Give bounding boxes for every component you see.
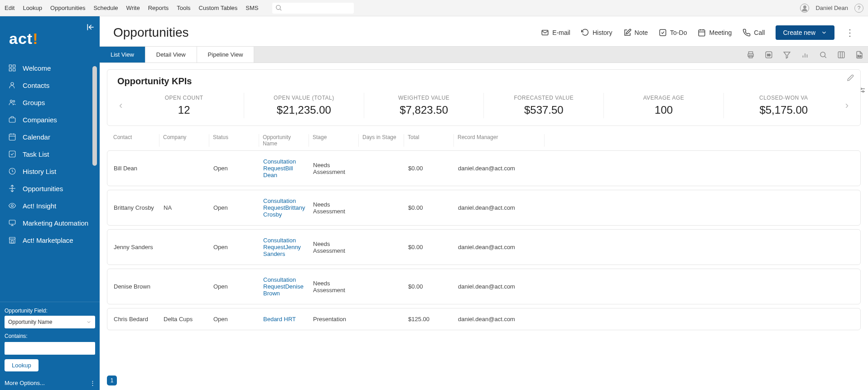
sidebar-item-task-list[interactable]: Task List <box>0 145 100 163</box>
global-search-input[interactable] <box>272 3 354 14</box>
opportunity-link[interactable]: Consultation RequestDenise Brown <box>263 276 304 297</box>
menu-schedule[interactable]: Schedule <box>93 5 118 11</box>
collapse-sidebar-icon[interactable] <box>86 23 95 32</box>
briefcase-icon <box>8 116 16 124</box>
column-header[interactable]: Record Manager <box>454 134 545 147</box>
opportunity-link[interactable]: Consultation RequestBill Dean <box>263 158 296 178</box>
page-1-button[interactable]: 1 <box>107 376 117 385</box>
tab-list-view[interactable]: List View <box>100 47 145 63</box>
badge-icon[interactable]: 99 <box>765 51 773 59</box>
history-action[interactable]: History <box>581 29 612 37</box>
opportunity-link[interactable]: Bedard HRT <box>263 316 296 323</box>
kpi-next-icon[interactable]: › <box>844 100 850 111</box>
column-header[interactable]: Opportunity Name <box>259 134 309 147</box>
cell-stage: Presentation <box>309 316 359 323</box>
print-icon[interactable] <box>747 51 755 59</box>
tab-pipeline-view[interactable]: Pipeline View <box>197 47 255 63</box>
lookup-field-label: Opportunity Field: <box>5 308 95 314</box>
edit-kpi-icon[interactable] <box>847 74 854 82</box>
sidebar-scrollbar[interactable] <box>92 66 97 166</box>
kpi-label: FORECASTED VALUE <box>487 95 601 101</box>
lookup-contains-input[interactable] <box>5 342 95 355</box>
more-menu-icon[interactable]: ⋮ <box>90 380 95 386</box>
column-header[interactable]: Stage <box>309 134 359 147</box>
table-row[interactable]: Bill DeanOpenConsultation RequestBill De… <box>107 150 861 186</box>
sidebar-item-opportunities[interactable]: Opportunities <box>0 180 100 197</box>
sidebar-item-history-list[interactable]: History List <box>0 163 100 180</box>
lookup-field-value: Opportunity Name <box>8 319 52 325</box>
table-row[interactable]: Denise BrownOpenConsultation RequestDeni… <box>107 269 861 304</box>
call-action[interactable]: Call <box>743 29 765 37</box>
cell-company: Delta Cups <box>160 316 210 323</box>
menu-write[interactable]: Write <box>126 5 140 11</box>
menu-tools[interactable]: Tools <box>177 5 190 11</box>
svg-point-0 <box>276 5 280 9</box>
nav-label: History List <box>23 168 56 175</box>
column-header[interactable]: Company <box>159 134 209 147</box>
sidebar-item-marketing-automation[interactable]: Marketing Automation <box>0 214 100 231</box>
menu-lookup[interactable]: Lookup <box>23 5 42 11</box>
menu-custom-tables[interactable]: Custom Tables <box>199 5 238 11</box>
menu-opportunities[interactable]: Opportunities <box>50 5 85 11</box>
menu-sms[interactable]: SMS <box>246 5 258 11</box>
sidebar-item-contacts[interactable]: Contacts <box>0 77 100 94</box>
todo-action[interactable]: To-Do <box>659 29 687 37</box>
svg-rect-41 <box>838 52 844 58</box>
cell-total: $0.00 <box>405 204 454 211</box>
table-row[interactable]: Jenny SandersOpenConsultation RequestJen… <box>107 229 861 265</box>
cell-contact: Brittany Crosby <box>110 204 160 211</box>
cell-opportunity: Bedard HRT <box>260 316 309 323</box>
table-row[interactable]: Brittany CrosbyNAOpenConsultation Reques… <box>107 190 861 226</box>
nav-label: Groups <box>23 99 45 106</box>
cell-opportunity: Consultation RequestDenise Brown <box>260 276 309 297</box>
chart-icon[interactable] <box>801 51 809 59</box>
sidebar-item-welcome[interactable]: Welcome <box>0 59 100 77</box>
lookup-field-select[interactable]: Opportunity Name <box>5 316 95 328</box>
svg-rect-6 <box>9 69 11 71</box>
nav-label: Welcome <box>23 64 51 72</box>
help-icon[interactable]: ? <box>854 4 863 13</box>
calendar-icon <box>8 133 16 141</box>
create-new-button[interactable]: Create new <box>776 25 834 40</box>
overflow-menu-icon[interactable]: ⋮ <box>845 28 854 37</box>
sidebar-item-act-marketplace[interactable]: Act! Marketplace <box>0 231 100 249</box>
email-action[interactable]: E-mail <box>541 29 570 37</box>
kpi-cell: FORECASTED VALUE$537.50 <box>484 93 604 118</box>
svg-line-40 <box>825 56 826 58</box>
search-icon[interactable] <box>819 51 827 59</box>
column-header[interactable]: Total <box>404 134 454 147</box>
sidebar-item-calendar[interactable]: Calendar <box>0 128 100 145</box>
table-row[interactable]: Chris BedardDelta CupsOpenBedard HRTPres… <box>107 308 861 330</box>
kpi-value: $21,235.00 <box>247 104 361 116</box>
lookup-button[interactable]: Lookup <box>5 359 39 371</box>
columns-icon[interactable] <box>837 51 845 59</box>
sidebar-item-companies[interactable]: Companies <box>0 111 100 128</box>
svg-point-10 <box>13 101 15 102</box>
kpi-cell: OPEN VALUE (TOTAL)$21,235.00 <box>244 93 364 118</box>
menu-reports[interactable]: Reports <box>148 5 169 11</box>
note-action[interactable]: Note <box>623 29 648 37</box>
meeting-icon <box>698 29 706 37</box>
svg-point-39 <box>820 52 825 57</box>
more-options-link[interactable]: More Options... <box>5 380 45 386</box>
kpi-prev-icon[interactable]: ‹ <box>117 100 124 111</box>
user-name[interactable]: Daniel Dean <box>815 5 848 11</box>
sidebar-item-act-insight[interactable]: Act! Insight <box>0 197 100 214</box>
app-logo: act! <box>0 16 100 59</box>
export-xls-icon[interactable]: XLS <box>855 51 863 59</box>
column-header[interactable]: Days in Stage <box>359 134 404 147</box>
column-header[interactable]: Contact <box>110 134 159 147</box>
sidebar-item-groups[interactable]: Groups <box>0 94 100 111</box>
cell-manager: daniel.dean@act.com <box>454 204 545 211</box>
opportunity-link[interactable]: Consultation RequestJenny Sanders <box>263 237 301 257</box>
menu-edit[interactable]: Edit <box>5 5 14 11</box>
filter-icon[interactable] <box>783 51 791 59</box>
tab-detail-view[interactable]: Detail View <box>145 47 197 63</box>
user-avatar-icon[interactable] <box>800 4 809 13</box>
kpi-value: $537.50 <box>487 104 601 116</box>
opportunity-link[interactable]: Consultation RequestBrittany Crosby <box>263 197 305 218</box>
cell-total: $0.00 <box>405 283 454 290</box>
column-header[interactable]: Status <box>209 134 259 147</box>
svg-rect-4 <box>9 65 11 67</box>
meeting-action[interactable]: Meeting <box>698 29 732 37</box>
